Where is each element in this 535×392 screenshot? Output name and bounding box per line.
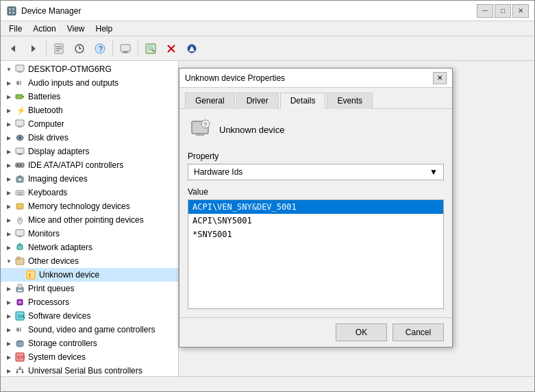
- tree-item-label: Storage controllers: [28, 339, 97, 348]
- tree-item[interactable]: ▶ Disk drives: [1, 131, 178, 145]
- tree-item[interactable]: ▶ Computer: [1, 117, 178, 131]
- tree-item[interactable]: ▼ Other devices: [1, 254, 178, 268]
- tree-item[interactable]: ▶ Mice and other pointing devices: [1, 213, 178, 227]
- expand-icon[interactable]: ▶: [3, 201, 14, 212]
- svg-rect-0: [8, 7, 16, 15]
- tab-events[interactable]: Events: [327, 93, 373, 109]
- expand-icon[interactable]: ▶: [3, 173, 14, 184]
- tree-panel[interactable]: ▼ DESKTOP-OTMG6RG ▶ Audio inputs and out…: [1, 61, 179, 376]
- tree-item-label: Print queues: [28, 284, 74, 293]
- expand-icon[interactable]: ▶: [3, 283, 14, 294]
- menu-view[interactable]: View: [62, 23, 90, 35]
- expand-icon[interactable]: ▶: [3, 228, 14, 239]
- tree-item-label: Sound, video and game controllers: [28, 325, 155, 334]
- forward-button[interactable]: [24, 39, 43, 58]
- tree-item[interactable]: ▶ SYS System devices: [1, 350, 178, 364]
- tree-item-label: Computer: [28, 119, 64, 129]
- tree-item[interactable]: ▶ Network adapters: [1, 241, 178, 254]
- expand-icon[interactable]: ▶: [3, 297, 14, 308]
- svg-rect-3: [9, 12, 11, 14]
- tree-item[interactable]: ▶ Imaging devices: [1, 172, 178, 186]
- root-expand-icon[interactable]: ▼: [3, 64, 14, 75]
- cancel-button[interactable]: Cancel: [393, 323, 444, 341]
- expand-icon[interactable]: ▶: [3, 352, 14, 363]
- tree-item[interactable]: ▶ Memory technology devices: [1, 199, 178, 213]
- value-section-label: Value: [188, 187, 444, 197]
- tree-item[interactable]: ▶ Audio inputs and outputs: [1, 76, 178, 90]
- tree-item-icon: [14, 132, 25, 143]
- expand-icon[interactable]: ▶: [3, 119, 14, 130]
- tab-general[interactable]: General: [185, 93, 235, 109]
- expand-icon[interactable]: ▶: [3, 146, 14, 157]
- update-driver-button[interactable]: [70, 39, 89, 58]
- expand-icon[interactable]: ▶: [3, 105, 14, 116]
- expand-icon[interactable]: ▶: [3, 338, 14, 349]
- expand-icon[interactable]: ▶: [3, 310, 14, 321]
- tree-item[interactable]: ▶ Monitors: [1, 227, 178, 241]
- maximize-button[interactable]: □: [495, 4, 511, 18]
- add-button[interactable]: [182, 39, 201, 58]
- svg-rect-36: [17, 164, 18, 166]
- dialog-tabs: General Driver Details Events: [179, 88, 452, 109]
- ok-button[interactable]: OK: [336, 323, 387, 341]
- svg-rect-37: [20, 164, 21, 166]
- tree-item[interactable]: ▶ Print queues: [1, 282, 178, 295]
- svg-marker-6: [32, 45, 36, 52]
- question-button[interactable]: ?: [90, 39, 110, 58]
- svg-rect-53: [18, 236, 22, 237]
- svg-point-78: [22, 371, 24, 373]
- tree-item[interactable]: ▶ IDE ATA/ATAPI controllers: [1, 158, 178, 172]
- property-dropdown[interactable]: Hardware Ids ▼: [188, 164, 444, 180]
- expand-icon[interactable]: ▶: [3, 132, 14, 143]
- svg-rect-2: [12, 8, 14, 10]
- expand-icon[interactable]: ▶: [3, 160, 14, 171]
- tab-details[interactable]: Details: [280, 93, 326, 109]
- tree-item[interactable]: ▶ Keyboards: [1, 186, 178, 199]
- expand-icon[interactable]: ▶: [3, 242, 14, 253]
- value-item-0[interactable]: ACPI\VEN_SNY&DEV_5001: [188, 200, 443, 214]
- menu-action[interactable]: Action: [27, 23, 61, 35]
- expand-icon[interactable]: ▶: [3, 324, 14, 335]
- minimize-button[interactable]: ─: [477, 4, 493, 18]
- tree-item[interactable]: ▶ SW Software devices: [1, 309, 178, 323]
- value-list[interactable]: ACPI\VEN_SNY&DEV_5001 ACPI\SNY5001 *SNY5…: [188, 199, 444, 309]
- expand-icon[interactable]: ▶: [3, 91, 14, 102]
- scan-button[interactable]: 🔍: [141, 39, 160, 58]
- svg-rect-34: [18, 154, 22, 155]
- tree-root[interactable]: ▼ DESKTOP-OTMG6RG: [1, 62, 178, 76]
- display-button[interactable]: [116, 39, 135, 58]
- tree-item[interactable]: ▶ Storage controllers: [1, 336, 178, 350]
- value-item-1[interactable]: ACPI\SNY5001: [188, 214, 443, 228]
- back-button[interactable]: [3, 39, 23, 58]
- tree-item[interactable]: ▶ ⚡ Bluetooth: [1, 103, 178, 117]
- tree-item[interactable]: ▶ Sound, video and game controllers: [1, 323, 178, 336]
- expand-icon[interactable]: ▼: [3, 256, 14, 267]
- value-item-2[interactable]: *SNY5001: [188, 228, 443, 241]
- svg-rect-45: [18, 194, 22, 195]
- svg-text:⚡: ⚡: [16, 106, 25, 115]
- remove-button[interactable]: [162, 39, 181, 58]
- properties-button[interactable]: [49, 39, 69, 58]
- svg-rect-33: [16, 148, 24, 154]
- dropdown-chevron-icon: ▼: [430, 167, 438, 177]
- tree-item[interactable]: ▶ Universal Serial Bus controllers: [1, 364, 178, 376]
- window-icon: [6, 5, 17, 16]
- window-controls: ─ □ ✕: [477, 4, 529, 18]
- tree-item[interactable]: ! Unknown device: [1, 268, 178, 282]
- expand-icon[interactable]: ▶: [3, 187, 14, 198]
- close-button[interactable]: ✕: [512, 4, 529, 18]
- tree-item-label: Other devices: [28, 256, 79, 266]
- expand-icon[interactable]: ▶: [3, 365, 14, 376]
- tree-item[interactable]: ▶ Processors: [1, 295, 178, 309]
- tree-item-icon: [14, 119, 25, 130]
- tree-item-icon: [14, 365, 25, 376]
- tree-item[interactable]: ▶ Batteries: [1, 90, 178, 103]
- menu-file[interactable]: File: [3, 23, 27, 35]
- tree-item[interactable]: ▶ Display adapters: [1, 145, 178, 158]
- menu-help[interactable]: Help: [90, 23, 119, 35]
- dialog-close-button[interactable]: ✕: [433, 72, 447, 84]
- expand-icon[interactable]: ▶: [3, 215, 14, 225]
- tree-item-icon: [14, 324, 25, 335]
- expand-icon[interactable]: ▶: [3, 77, 14, 88]
- tab-driver[interactable]: Driver: [236, 93, 279, 109]
